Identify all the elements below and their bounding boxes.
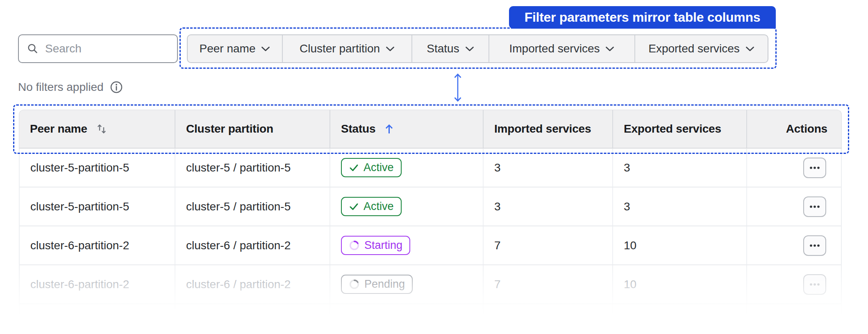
filter-chip-peer-name[interactable]: Peer name [188,35,283,62]
cell-actions [747,265,841,303]
table-row: cluster-5-partition-5 cluster-5 / partit… [20,149,841,187]
cell-status [330,304,484,323]
sort-both-icon[interactable] [96,123,107,135]
cell-exported-services: 10 [613,265,747,303]
peers-table: Peer name Cluster partition Status [19,110,842,323]
check-icon [349,162,359,173]
row-actions-button[interactable] [803,274,826,295]
filter-chip-imported-services[interactable]: Imported services [489,35,635,62]
row-actions-button[interactable] [803,196,826,217]
cell-peer-name [20,304,175,323]
chevron-down-icon [465,46,474,52]
sort-asc-icon[interactable] [384,123,394,135]
column-header-imported-services: Imported services [484,110,613,148]
cell-peer-name: cluster-5-partition-5 [20,187,175,226]
info-icon[interactable] [109,80,123,94]
filters-status-label: No filters applied [18,81,104,94]
status-badge: Starting [341,236,410,255]
chevron-down-icon [605,46,614,52]
spinner-icon [349,240,360,251]
annotation-banner: Filter parameters mirror table columns [509,6,776,29]
column-header-label: Peer name [30,122,87,135]
chevron-down-icon [745,46,754,52]
row-actions-button[interactable] [803,158,826,178]
filter-chip-group: Peer name Cluster partition Status Impor… [187,34,768,63]
filter-chip-label: Imported services [509,42,600,55]
cell-peer-name: cluster-6-partition-2 [20,226,175,264]
cell-peer-name: cluster-6-partition-2 [20,265,175,303]
filter-chip-label: Peer name [200,42,256,55]
column-header-peer-name[interactable]: Peer name [19,110,175,148]
status-label: Active [364,161,394,174]
column-header-cluster-partition: Cluster partition [175,110,330,148]
cell-actions [747,187,841,226]
table-body: cluster-5-partition-5 cluster-5 / partit… [19,149,842,323]
cell-imported-services: 3 [484,187,613,226]
cell-status: Pending [330,265,484,303]
column-header-label: Exported services [624,122,721,135]
column-header-label: Imported services [494,122,591,135]
ellipsis-icon [809,283,820,286]
ellipsis-icon [809,205,820,208]
status-badge: Active [341,197,402,216]
status-label: Pending [364,278,405,291]
cell-actions [747,226,841,264]
filters-status: No filters applied [18,79,123,95]
ellipsis-icon [809,166,820,169]
chevron-down-icon [386,46,395,52]
cell-actions [747,304,841,323]
column-header-actions: Actions [747,110,841,148]
cell-cluster-partition [175,304,330,323]
cell-status: Active [330,187,484,226]
cell-exported-services: 3 [613,149,747,187]
cell-imported-services [484,304,613,323]
cell-exported-services [613,304,747,323]
filter-chip-label: Exported services [648,42,740,55]
cell-status: Active [330,149,484,187]
column-header-status[interactable]: Status [330,110,484,148]
column-header-exported-services: Exported services [613,110,747,148]
cell-cluster-partition: cluster-5 / partition-5 [175,149,330,187]
column-header-label: Actions [786,122,827,135]
cell-imported-services: 7 [484,265,613,303]
filter-chip-label: Cluster partition [300,42,380,55]
cell-cluster-partition: cluster-6 / partition-2 [175,226,330,264]
filter-chip-status[interactable]: Status [412,35,489,62]
mirror-arrow-icon [450,72,466,103]
cell-imported-services: 3 [484,149,613,187]
page: Filter parameters mirror table columns P… [0,0,868,334]
cell-peer-name: cluster-5-partition-5 [20,149,175,187]
column-header-label: Cluster partition [186,122,273,135]
filter-chip-label: Status [427,42,459,55]
filter-chip-cluster-partition[interactable]: Cluster partition [283,35,412,62]
cell-exported-services: 3 [613,187,747,226]
column-header-label: Status [341,122,375,135]
cell-exported-services: 10 [613,226,747,264]
chevron-down-icon [261,46,270,52]
cell-actions [747,149,841,187]
table-row-cutoff [20,304,841,323]
status-badge: Pending [341,275,413,294]
row-actions-button[interactable] [803,235,826,256]
check-icon [349,201,359,212]
search-box[interactable] [18,34,178,63]
table-header-row: Peer name Cluster partition Status [19,110,842,149]
ellipsis-icon [809,244,820,247]
status-label: Active [364,200,394,213]
status-badge: Active [341,158,402,177]
filter-chip-exported-services[interactable]: Exported services [635,35,768,62]
table-row: cluster-5-partition-5 cluster-5 / partit… [20,187,841,226]
cell-cluster-partition: cluster-6 / partition-2 [175,265,330,303]
cell-cluster-partition: cluster-5 / partition-5 [175,187,330,226]
table-row: cluster-6-partition-2 cluster-6 / partit… [20,226,841,265]
search-icon [27,43,39,54]
cell-imported-services: 7 [484,226,613,264]
cell-status: Starting [330,226,484,264]
search-input[interactable] [45,42,169,55]
status-label: Starting [364,239,402,252]
table-row: cluster-6-partition-2 cluster-6 / partit… [20,265,841,304]
spinner-icon [349,279,360,290]
